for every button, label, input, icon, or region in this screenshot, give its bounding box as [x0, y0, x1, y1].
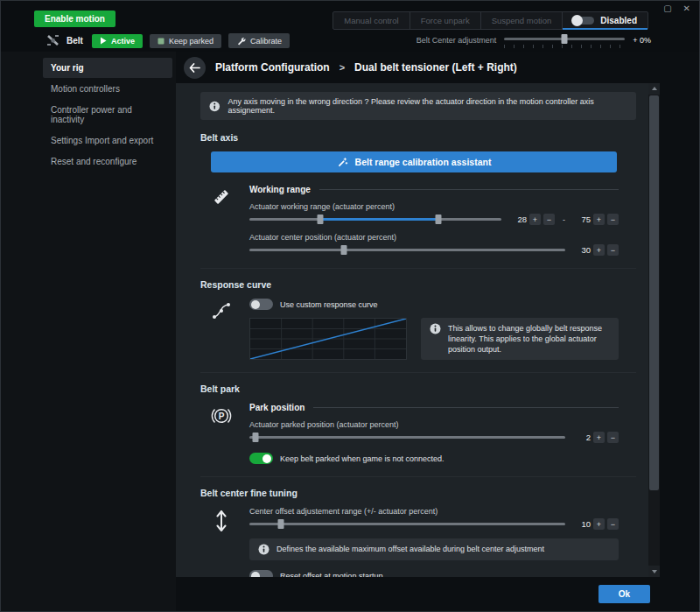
device-label: Belt [66, 36, 83, 46]
working-range-control: 28 + − - 75 + − [249, 214, 619, 225]
enable-motion-button[interactable]: Enable motion [34, 11, 116, 27]
parked-position-slider[interactable] [249, 432, 565, 443]
manual-control-button[interactable]: Manual control [333, 12, 410, 29]
custom-curve-toggle-row: Use custom response curve [249, 299, 619, 310]
belt-range-calibration-button[interactable]: Belt range calibration assistant [211, 151, 617, 172]
increment-button[interactable]: + [529, 214, 541, 225]
belt-center-adjustment-label: Belt Center adjustment [416, 36, 497, 45]
reset-offset-toggle-label: Reset offset at motion startup [280, 572, 382, 577]
parking-icon: P [207, 403, 235, 464]
center-position-value: 30 [573, 245, 591, 255]
response-curve-heading: Response curve [200, 279, 636, 290]
working-range-max-spinner: 75 + − [573, 214, 619, 225]
parked-position-handle[interactable] [253, 433, 259, 442]
wrench-icon [236, 36, 246, 46]
offset-range-value: 10 [573, 519, 591, 529]
center-position-label: Actuator center position (actuator perce… [249, 233, 619, 242]
motion-state-toggle[interactable]: Disabled [563, 12, 648, 29]
center-position-slider[interactable] [249, 244, 565, 256]
center-tuning-heading: Belt center fine tuning [200, 488, 636, 498]
offset-range-spinner: 10 + − [573, 518, 619, 530]
sidebar-item-motion-controllers[interactable]: Motion controllers [43, 79, 172, 99]
decrement-button[interactable]: − [607, 214, 619, 225]
vertical-scrollbar[interactable] [648, 83, 660, 577]
decrement-button[interactable]: − [607, 244, 619, 256]
ok-button[interactable]: Ok [598, 585, 650, 603]
sidebar-item-your-rig[interactable]: Your rig [43, 58, 172, 78]
increment-button[interactable]: + [593, 214, 605, 225]
main-area: Platform Configuration > Dual belt tensi… [176, 52, 699, 611]
reset-offset-toggle-row: Reset offset at motion startup [249, 570, 619, 577]
offset-range-handle[interactable] [278, 519, 284, 529]
calibrate-button[interactable]: Calibrate [228, 33, 290, 48]
slider-track [249, 436, 565, 439]
force-unpark-button[interactable]: Force unpark [410, 12, 481, 29]
working-range-fill [320, 218, 438, 221]
breadcrumb-section[interactable]: Platform Configuration [215, 61, 330, 74]
sidebar-nav: Your rig Motion controllers Controller p… [43, 58, 172, 172]
custom-curve-toggle-label: Use custom response curve [280, 300, 378, 309]
device-toolbar: Belt Active Keep parked Calibrate Belt C… [1, 31, 699, 52]
response-curve-area: This allows to change globally belt resp… [249, 318, 619, 360]
belt-device-group: Belt Active Keep parked Calibrate [46, 33, 290, 48]
close-button[interactable]: ✕ [683, 4, 690, 13]
increment-button[interactable]: + [593, 432, 605, 443]
keep-parked-toggle-label: Keep belt parked when game is not connec… [280, 454, 444, 463]
toggle-knob-icon [251, 300, 260, 309]
parking-glyph: P [219, 412, 225, 421]
active-status-pill[interactable]: Active [92, 34, 143, 48]
sidebar-item-settings-import-export[interactable]: Settings Import and export [43, 130, 172, 151]
back-button[interactable] [184, 57, 206, 79]
belt-park-section: Belt park P Park position Actuator parke… [200, 372, 636, 464]
wand-icon [337, 157, 348, 168]
triangle-down-icon [652, 570, 657, 573]
parked-position-control: 2 + − [249, 432, 619, 443]
keep-parked-toggle[interactable] [249, 453, 273, 464]
increment-button[interactable]: + [593, 244, 605, 256]
keep-parked-button[interactable]: Keep parked [150, 34, 221, 48]
offset-range-slider[interactable] [249, 518, 565, 530]
working-range-max-handle[interactable] [436, 215, 442, 224]
parked-position-value: 2 [573, 433, 591, 442]
sidebar-item-controller-power[interactable]: Controller power and inactivity [43, 100, 172, 130]
maximize-button[interactable]: ▢ [663, 4, 671, 13]
curve-editor-icon [207, 299, 235, 360]
belt-park-heading: Belt park [200, 383, 636, 394]
scroll-down-button[interactable] [648, 566, 660, 577]
slider-handle[interactable] [562, 34, 568, 44]
decrement-button[interactable]: − [607, 518, 619, 530]
scroll-up-button[interactable] [648, 83, 660, 95]
working-range-block: Working range Actuator working range (ac… [207, 185, 636, 256]
toggle-knob-icon [251, 572, 260, 577]
slider-track [249, 249, 565, 251]
window-controls: ▢ ✕ [663, 4, 690, 13]
state-accent-underline [563, 28, 648, 30]
custom-curve-toggle[interactable] [249, 299, 273, 310]
breadcrumb-separator: > [340, 62, 345, 73]
working-range-max-value: 75 [573, 215, 591, 224]
slider-track [249, 523, 565, 525]
scrollbar-thumb[interactable] [649, 95, 659, 490]
titlebar: Enable motion ▢ ✕ Manual control Force u… [1, 1, 699, 31]
stop-icon [158, 38, 164, 45]
suspend-motion-button[interactable]: Suspend motion [481, 12, 564, 29]
response-curve-info-text: This allows to change globally belt resp… [448, 323, 610, 355]
ruler-icon [207, 185, 235, 256]
parked-position-label: Actuator parked position (actuator perce… [249, 420, 619, 429]
working-range-slider[interactable] [249, 214, 501, 225]
working-range-min-value: 28 [509, 215, 527, 224]
center-position-handle[interactable] [341, 245, 347, 255]
working-range-label: Actuator working range (actuator percent… [249, 202, 619, 211]
reset-offset-toggle[interactable] [249, 570, 273, 577]
decrement-button[interactable]: − [543, 214, 555, 225]
motion-mode-panel: Manual control Force unpark Suspend moti… [332, 11, 648, 30]
working-range-title: Working range [249, 185, 619, 194]
working-range-min-handle[interactable] [317, 215, 323, 224]
increment-button[interactable]: + [593, 518, 605, 530]
belt-center-adjustment-slider[interactable] [504, 32, 625, 48]
axis-direction-warning-text: Any axis moving in the wrong direction ?… [228, 97, 627, 115]
sidebar-item-reset-reconfigure[interactable]: Reset and reconfigure [43, 151, 172, 172]
decrement-button[interactable]: − [607, 432, 619, 443]
offset-info-text: Defines the available maximum offset ava… [276, 544, 544, 554]
toggle-knob-icon [571, 15, 583, 26]
